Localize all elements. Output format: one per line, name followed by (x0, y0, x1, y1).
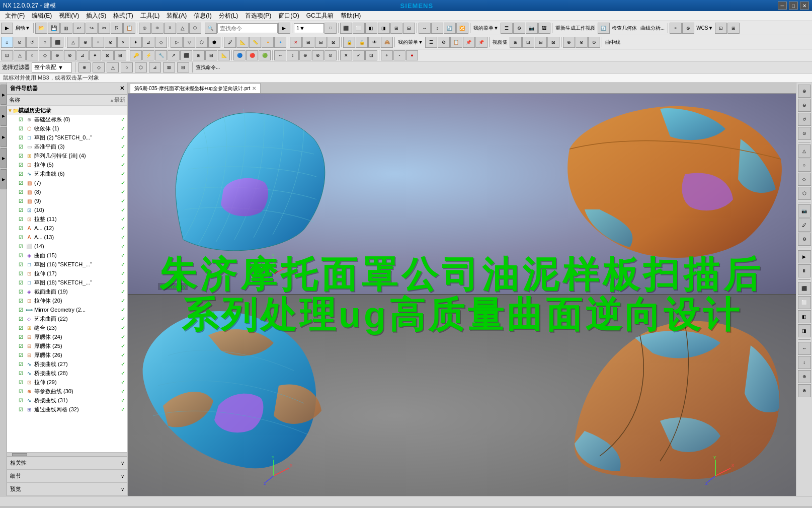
left-strip-btn3[interactable]: ▶ (1, 127, 7, 147)
tb2-b36[interactable]: ⊞ (510, 37, 522, 48)
tb-b11[interactable]: ◨ (378, 23, 390, 34)
tb3-b5[interactable]: ⊕ (51, 50, 63, 60)
tb-cut[interactable]: ✂ (98, 23, 110, 34)
tb2-b42[interactable]: ⊙ (588, 37, 600, 48)
menu-window[interactable]: 窗口(O) (275, 11, 302, 21)
horiz-scrollbar[interactable] (7, 452, 127, 456)
tb-b14[interactable]: ↔ (419, 23, 431, 34)
menu-preferences[interactable]: 首选项(P) (242, 11, 274, 21)
tb-b9[interactable]: ⬜ (353, 23, 365, 34)
tb3-b30[interactable]: + (381, 50, 393, 60)
tb3-b19[interactable]: 🔵 (233, 50, 246, 60)
tree-item-10[interactable]: ☑ ⊡ (10) ✓ (7, 205, 127, 214)
menu-help[interactable]: 帮助(H) (338, 11, 364, 21)
tb-b22[interactable]: ⊗ (682, 23, 694, 34)
tree-item-22[interactable]: ☑ ◇ 艺术曲面 (22) ✓ (7, 314, 127, 323)
tb-b15[interactable]: ↕ (431, 23, 443, 34)
rs-btn-13[interactable]: ⏸ (798, 264, 811, 277)
tb2-b14[interactable]: ▷ (171, 37, 183, 48)
tb2-b2[interactable]: ⊙ (14, 37, 26, 48)
tb2-b31[interactable]: ☰ (425, 37, 437, 48)
tb2-b26[interactable]: ⊠ (328, 37, 340, 48)
rs-btn-19[interactable]: ↕ (798, 356, 811, 369)
tb2-b12[interactable]: ⊿ (142, 37, 154, 48)
tree-item-26[interactable]: ☑ ⊟ 厚腮体 (26) ✓ (7, 350, 127, 359)
restore-button[interactable]: □ (789, 2, 798, 10)
filter-btn4[interactable]: ○ (121, 62, 133, 72)
tree-item-11[interactable]: ☑ ⊡ 拉整 (11) ✓ (7, 214, 127, 224)
filter-btn1[interactable]: ⊕ (78, 62, 91, 72)
tb2-b32[interactable]: ⚙ (438, 37, 450, 48)
tb3-b32[interactable]: ● (406, 50, 418, 60)
tree-item-0[interactable]: ☑ ⊕ 基础坐标系 (0) ✓ (7, 115, 127, 124)
rs-btn-9[interactable]: 📷 (798, 204, 811, 217)
tb2-b29[interactable]: 👁 (368, 37, 380, 48)
tb2-b1[interactable]: ⌂ (1, 37, 13, 48)
tb-redo[interactable]: ↪ (86, 23, 98, 34)
tb2-b23[interactable]: ✕ (290, 37, 302, 48)
rs-btn-12[interactable]: ▶ (798, 250, 811, 263)
tb-start[interactable]: ▶ (1, 23, 13, 34)
tb3-b8[interactable]: ✦ (89, 50, 101, 60)
tb2-b15[interactable]: ▽ (183, 37, 195, 48)
tb3-b13[interactable]: 🔧 (155, 50, 167, 60)
h-scroll-thumb[interactable] (12, 453, 27, 456)
tb2-b33[interactable]: 📋 (450, 37, 462, 48)
tree-item-12[interactable]: ☑ A A... (12) ✓ (7, 224, 127, 233)
tb2-b9[interactable]: ⊗ (105, 37, 117, 48)
tb-b24[interactable]: ⊞ (727, 23, 740, 34)
menu-view[interactable]: 视图(V) (56, 11, 82, 21)
left-strip-btn2[interactable]: ▶ (1, 106, 7, 126)
menu-tools[interactable]: 工具(L) (137, 11, 163, 21)
rs-btn-2[interactable]: ⊖ (798, 99, 811, 112)
tree-item-8[interactable]: ☑ ▥ (8) ✓ (7, 187, 127, 196)
tb2-b7[interactable]: ⊕ (79, 37, 92, 48)
tb-mymenu[interactable]: ☰ (501, 23, 513, 34)
tree-item-24[interactable]: ☑ ⊟ 厚腮体 (24) ✓ (7, 332, 127, 341)
menu-insert[interactable]: 插入(S) (83, 11, 109, 21)
rs-btn-18[interactable]: ↔ (798, 342, 811, 355)
tb-search[interactable]: 🔍 (205, 23, 217, 34)
tb-b19[interactable]: 📷 (526, 23, 538, 34)
tb3-b11[interactable]: 🔑 (130, 50, 142, 60)
tb3-b12[interactable]: ⚡ (142, 50, 154, 60)
tb3-b24[interactable]: ⊕ (299, 50, 311, 60)
rs-btn-7[interactable]: ◇ (798, 173, 811, 186)
tb-b16[interactable]: 🔄 (444, 23, 456, 34)
tb2-b18[interactable]: 🖊 (224, 37, 236, 48)
rs-btn-3[interactable]: ↺ (798, 113, 811, 126)
tb2-b35[interactable]: 📌 (475, 37, 488, 48)
rs-btn-6[interactable]: ○ (798, 159, 811, 172)
tree-item-27[interactable]: ☑ ∿ 桥接曲线 (27) ✓ (7, 359, 127, 369)
tb-b5[interactable]: △ (177, 23, 189, 34)
tb2-b21[interactable]: 🔸 (262, 37, 274, 48)
tree-item-21[interactable]: ☑ ⟺ Mirror Geometry (2... ✓ (7, 305, 127, 314)
tb-undo[interactable]: ↩ (73, 23, 85, 34)
tree-item-29[interactable]: ☑ ⊡ 拉伸 (29) ✓ (7, 378, 127, 387)
tb2-b22[interactable]: 🔹 (274, 37, 286, 48)
tb2-b16[interactable]: ⬡ (196, 37, 208, 48)
filter-dropdown[interactable]: 整个装配 ▼ (32, 62, 72, 72)
menu-info[interactable]: 信息(I) (191, 11, 214, 21)
tree-item-30[interactable]: ☑ ⊕ 等参数曲线 (30) ✓ (7, 387, 127, 396)
tb2-b19[interactable]: 📐 (236, 37, 249, 48)
tb-num-dropdown[interactable]: 1▼ (294, 23, 324, 33)
tb-b3[interactable]: ⊕ (151, 23, 164, 34)
filter-btn2[interactable]: ◇ (93, 62, 105, 72)
tb-b23[interactable]: ⊡ (715, 23, 727, 34)
tb-b8[interactable]: ⬛ (340, 23, 352, 34)
tb-b20[interactable]: 🖼 (538, 23, 550, 34)
tb3-b22[interactable]: ↔ (274, 50, 286, 60)
tb2-b25[interactable]: ⊟ (315, 37, 327, 48)
menu-file[interactable]: 文件(F) (2, 11, 28, 21)
left-strip-btn1[interactable]: ▶ (1, 85, 7, 105)
tb-open[interactable]: 📂 (35, 23, 47, 34)
tree-area[interactable]: ▼📁 模型历史记录 ☑ ⊕ 基础坐标系 (0) ✓ ☑ ⬡ 收敛体 (1) ✓ … (7, 106, 127, 452)
tb-b1[interactable]: ▥ (60, 23, 72, 34)
tb-b18[interactable]: ⚙ (513, 23, 525, 34)
tb-search-go[interactable]: ▶ (278, 23, 290, 34)
rs-btn-15[interactable]: ⬜ (798, 296, 811, 309)
tb2-b40[interactable]: ⊕ (563, 37, 575, 48)
tb3-b6[interactable]: ⊗ (64, 50, 76, 60)
menu-format[interactable]: 格式(T) (110, 11, 136, 21)
